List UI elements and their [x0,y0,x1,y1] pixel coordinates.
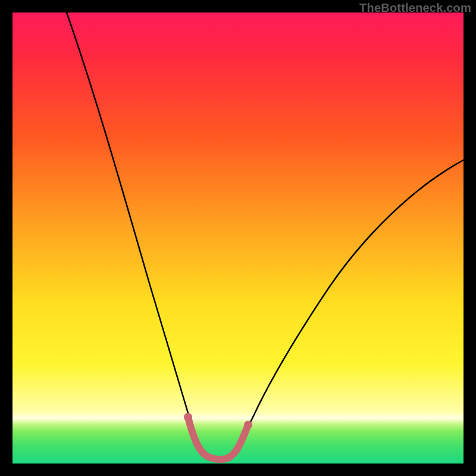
highlight-endpoint-left [184,413,192,421]
chart-plot-area [12,12,464,464]
chart-stage: TheBottleneck.com [0,0,476,476]
highlight-endpoint-right [244,421,252,429]
optimal-range-highlight [188,417,248,459]
bottleneck-curve [67,12,464,458]
watermark-label: TheBottleneck.com [359,1,471,15]
